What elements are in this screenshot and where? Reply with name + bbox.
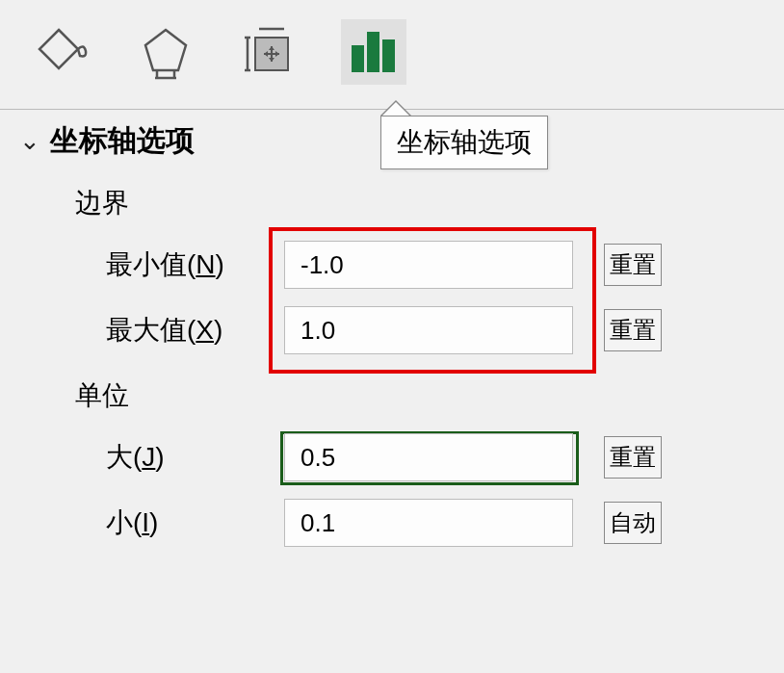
major-input[interactable] (284, 433, 573, 481)
svg-rect-8 (352, 45, 364, 72)
min-row: 最小值(N) 重置 (19, 241, 784, 289)
min-reset-button[interactable]: 重置 (604, 244, 662, 286)
chevron-down-icon: ⌄ (19, 126, 40, 156)
max-row: 最大值(X) 重置 (19, 306, 784, 354)
minor-input[interactable] (284, 499, 573, 547)
format-toolbar (0, 0, 784, 110)
effects-icon[interactable] (133, 19, 198, 85)
fill-icon[interactable] (29, 19, 94, 85)
major-row: 大(J) 重置 (19, 433, 784, 481)
section-title: 坐标轴选项 (50, 121, 195, 161)
chart-options-icon[interactable] (341, 19, 406, 85)
minor-label: 小(I) (106, 505, 284, 541)
minor-row: 小(I) 自动 (19, 499, 784, 547)
min-input[interactable] (284, 241, 573, 289)
major-reset-button[interactable]: 重置 (604, 436, 662, 479)
size-icon[interactable] (237, 19, 302, 85)
axis-options-panel: ⌄ 坐标轴选项 边界 最小值(N) 重置 最大值(X) 重置 单位 大(J) 重… (0, 110, 784, 547)
svg-rect-9 (367, 32, 379, 72)
tooltip: 坐标轴选项 (380, 116, 548, 169)
max-reset-button[interactable]: 重置 (604, 309, 662, 351)
units-label: 单位 (75, 377, 784, 414)
minor-reset-button[interactable]: 自动 (604, 502, 662, 544)
bounds-label: 边界 (75, 185, 784, 221)
svg-marker-0 (145, 30, 186, 70)
max-label: 最大值(X) (106, 312, 284, 349)
svg-rect-10 (382, 39, 395, 72)
min-label: 最小值(N) (106, 246, 284, 283)
major-label: 大(J) (106, 439, 284, 476)
tooltip-arrow-inner (382, 102, 409, 116)
max-input[interactable] (284, 306, 573, 354)
